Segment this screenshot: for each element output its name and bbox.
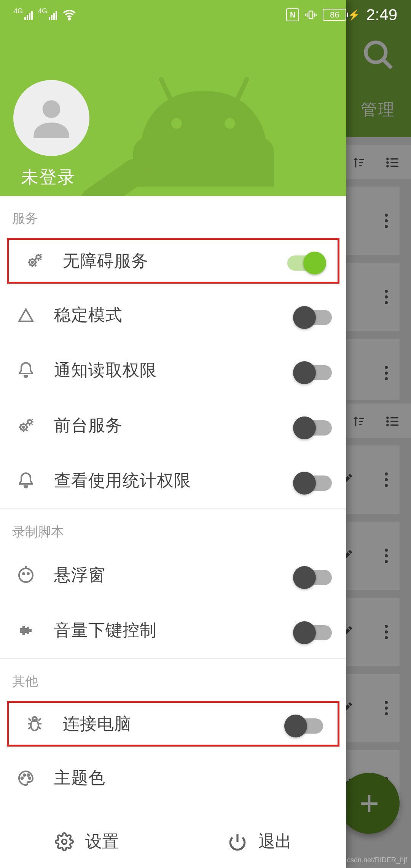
toggle-switch[interactable] xyxy=(293,416,335,435)
svg-point-25 xyxy=(385,484,388,487)
clock: 2:49 xyxy=(366,6,397,24)
bell-icon xyxy=(17,361,35,380)
svg-point-15 xyxy=(385,372,388,375)
login-status-label[interactable]: 未登录 xyxy=(21,166,76,189)
section-title: 服务 xyxy=(0,196,346,234)
more-icon[interactable] xyxy=(384,289,388,305)
drawer-item[interactable]: 主题色 xyxy=(0,750,346,806)
svg-point-63 xyxy=(62,839,67,844)
more-icon[interactable] xyxy=(384,624,388,640)
settings-button[interactable]: 设置 xyxy=(0,815,173,868)
palette-icon xyxy=(17,769,35,787)
more-icon[interactable] xyxy=(384,700,388,716)
drawer-item-label: 无障碍服务 xyxy=(63,250,284,272)
svg-rect-20 xyxy=(390,417,398,418)
toggle-switch[interactable] xyxy=(284,715,326,733)
toggle-switch[interactable] xyxy=(293,566,335,584)
more-icon[interactable] xyxy=(384,472,388,487)
svg-point-36 xyxy=(385,783,388,786)
drawer-item[interactable]: 无障碍服务 xyxy=(9,240,338,282)
drawer-item[interactable]: 通知读取权限 xyxy=(0,343,346,398)
more-icon[interactable] xyxy=(384,365,388,381)
bell-icon xyxy=(17,472,35,490)
svg-rect-5 xyxy=(390,158,398,160)
bug-icon xyxy=(25,715,44,733)
highlight-box: 连接电脑 xyxy=(7,701,339,747)
svg-point-33 xyxy=(385,707,388,710)
pulse-icon xyxy=(17,621,35,640)
battery-indicator: 86 ⚡ xyxy=(323,9,360,21)
drawer-item[interactable]: 稳定模式 xyxy=(0,287,346,343)
sort-icon[interactable] xyxy=(351,414,365,429)
drawer-item[interactable]: 音量下键控制 xyxy=(0,603,346,658)
gears-icon xyxy=(25,252,44,270)
svg-point-24 xyxy=(385,478,388,481)
drawer-item-label: 音量下键控制 xyxy=(54,619,293,641)
tab-manage[interactable]: 管理 xyxy=(361,99,396,120)
list-icon[interactable] xyxy=(385,155,400,170)
svg-point-41 xyxy=(37,255,40,259)
svg-point-2 xyxy=(386,158,389,160)
svg-point-4 xyxy=(386,165,389,167)
svg-point-9 xyxy=(385,219,388,222)
drawer-item[interactable]: 查看使用统计权限 xyxy=(0,453,346,508)
section-title: 录制脚本 xyxy=(0,509,346,547)
more-icon[interactable] xyxy=(384,777,388,792)
svg-point-31 xyxy=(385,636,388,639)
drawer-item[interactable]: 悬浮窗 xyxy=(0,547,346,603)
signal-1: 4G xyxy=(14,10,33,20)
toggle-switch[interactable] xyxy=(284,252,326,270)
svg-point-35 xyxy=(385,777,388,780)
section-title: 其他 xyxy=(0,659,346,697)
toggle-switch[interactable] xyxy=(293,361,335,380)
charging-icon: ⚡ xyxy=(348,9,360,21)
svg-point-0 xyxy=(366,42,386,62)
svg-rect-22 xyxy=(390,424,398,426)
drawer-item-label: 连接电脑 xyxy=(63,713,284,735)
drawer-item[interactable]: 前台服务 xyxy=(0,398,346,453)
gears-icon xyxy=(17,416,35,435)
search-icon[interactable] xyxy=(362,38,396,72)
settings-label: 设置 xyxy=(85,830,119,853)
svg-point-27 xyxy=(385,554,388,557)
svg-point-12 xyxy=(385,295,388,298)
toggle-switch[interactable] xyxy=(293,621,335,640)
gear-icon xyxy=(55,832,74,851)
more-icon[interactable] xyxy=(384,548,388,563)
sort-icon[interactable] xyxy=(351,155,365,170)
nfc-icon: N xyxy=(286,8,299,21)
svg-point-34 xyxy=(385,712,388,715)
signal-2: 4G xyxy=(38,10,57,20)
svg-point-29 xyxy=(385,625,388,628)
drawer-item-label: 稳定模式 xyxy=(54,304,293,326)
svg-point-8 xyxy=(385,214,388,217)
svg-rect-7 xyxy=(390,166,398,167)
vibrate-icon xyxy=(305,9,317,21)
navigation-drawer: 未登录 服务无障碍服务稳定模式通知读取权限前台服务查看使用统计权限录制脚本悬浮窗… xyxy=(0,0,346,868)
drawer-footer: 设置 退出 xyxy=(0,815,346,868)
drawer-item-label: 前台服务 xyxy=(54,414,293,437)
list-icon[interactable] xyxy=(385,414,400,429)
drawer-item-label: 主题色 xyxy=(54,767,335,789)
wifi-icon xyxy=(62,8,76,22)
drawer-item-label: 悬浮窗 xyxy=(54,564,293,586)
svg-point-46 xyxy=(23,573,24,574)
more-icon[interactable] xyxy=(384,213,388,228)
drawer-item[interactable]: 连接电脑 xyxy=(9,703,338,745)
exit-button[interactable]: 退出 xyxy=(173,815,346,868)
toggle-switch[interactable] xyxy=(293,472,335,490)
fab-add[interactable]: + xyxy=(339,773,400,834)
svg-point-61 xyxy=(27,774,29,776)
highlight-box: 无障碍服务 xyxy=(7,238,339,284)
svg-point-30 xyxy=(385,630,388,633)
svg-point-44 xyxy=(28,420,32,424)
svg-point-60 xyxy=(24,774,25,776)
svg-point-10 xyxy=(385,225,388,228)
svg-point-40 xyxy=(32,262,33,263)
svg-point-18 xyxy=(386,420,389,423)
svg-rect-6 xyxy=(390,162,398,163)
face-icon xyxy=(17,566,35,584)
toggle-switch[interactable] xyxy=(293,306,335,324)
avatar[interactable] xyxy=(13,80,89,156)
svg-point-3 xyxy=(386,161,389,164)
